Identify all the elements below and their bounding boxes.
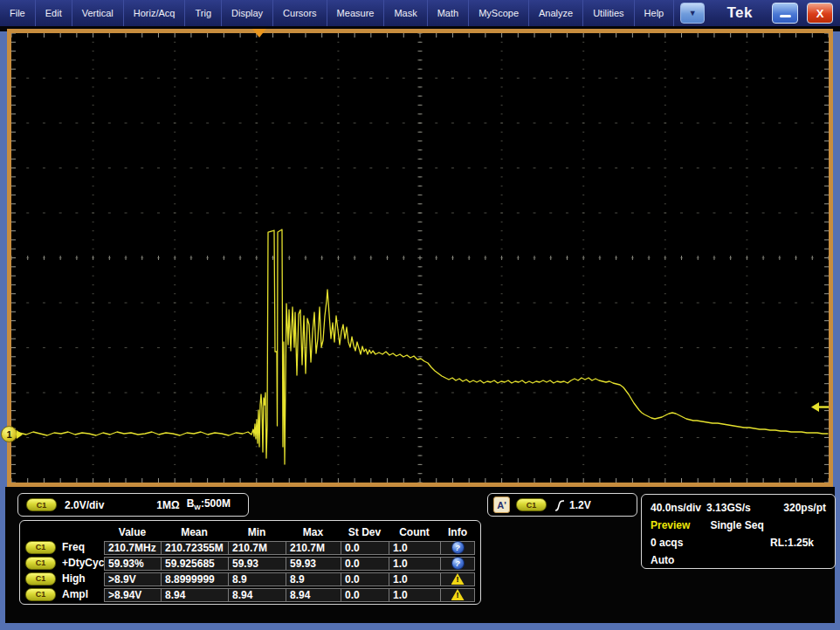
measurement-name: +DtyCyc (62, 557, 104, 569)
menu-item-utilities[interactable]: Utilities (583, 0, 634, 26)
channel-badge: C1 (25, 557, 56, 570)
col-header-value: Value (104, 526, 161, 538)
col-header-mean: Mean (161, 526, 228, 538)
arrow-right-icon (17, 430, 23, 439)
menu-item-cursors[interactable]: Cursors (273, 0, 327, 26)
close-button[interactable]: X (807, 3, 833, 24)
cell-mean: 8.94 (161, 588, 229, 602)
cell-max: 59.93 (286, 557, 341, 571)
readout-area: C1 2.0V/div 1MΩ BW:500M A' C1 1.2V 40.0n… (5, 487, 835, 623)
minimize-icon (780, 15, 791, 17)
cell-mean: 59.925685 (161, 557, 229, 571)
cell-stdev: 0.0 (341, 557, 389, 571)
menu-item-math[interactable]: Math (428, 0, 469, 26)
cell-count: 1.0 (389, 572, 441, 586)
info-question-icon[interactable]: ? (451, 557, 465, 570)
cell-count: 1.0 (389, 588, 441, 602)
menu-item-edit[interactable]: Edit (36, 0, 72, 26)
measurement-row-freq: C1Freq 210.7MHz 210.72355M 210.7M 210.7M… (20, 539, 480, 555)
cell-value: 210.7MHz (104, 541, 162, 555)
cell-stdev: 0.0 (341, 541, 389, 555)
cell-min: 59.93 (228, 557, 286, 571)
cell-stdev: 0.0 (341, 572, 389, 586)
cell-count: 1.0 (389, 541, 441, 555)
channel-badge: C1 (25, 588, 56, 601)
titlebar: File Edit Vertical Horiz/Acq Trig Displa… (0, 0, 840, 26)
cell-min: 8.9 (228, 572, 286, 586)
menu-item-horiz-acq[interactable]: Horiz/Acq (124, 0, 186, 26)
cell-value: 59.93% (104, 557, 162, 571)
menu-item-display[interactable]: Display (222, 0, 273, 26)
menu-item-trig[interactable]: Trig (185, 0, 222, 26)
cell-min: 210.7M (228, 541, 286, 555)
menu-item-file[interactable]: File (0, 0, 36, 26)
minimize-button[interactable] (772, 3, 798, 24)
cell-max: 210.7M (286, 541, 341, 555)
col-header-info: Info (440, 526, 475, 538)
rising-edge-icon (554, 497, 566, 513)
input-impedance: 1MΩ (156, 499, 179, 511)
channel1-reference-marker[interactable]: 1 (1, 426, 23, 442)
menu-item-analyze[interactable]: Analyze (529, 0, 583, 26)
col-header-max: Max (286, 526, 341, 538)
info-warning-icon[interactable]: ! (451, 589, 465, 600)
menu-dropdown-button[interactable]: ▼ (680, 3, 705, 24)
waveform-display (7, 29, 833, 487)
acquisition-count: 0 acqs (651, 537, 683, 549)
col-header-count: Count (389, 526, 440, 538)
menu-item-myscope[interactable]: MyScope (469, 0, 529, 26)
measurement-row-high: C1High >8.9V 8.8999999 8.9 8.9 0.0 1.0 ! (20, 571, 480, 586)
graticule-svg (11, 33, 829, 483)
trigger-position-marker[interactable] (252, 29, 266, 38)
cell-count: 1.0 (389, 557, 441, 571)
cell-stdev: 0.0 (341, 588, 389, 602)
menu-item-vertical[interactable]: Vertical (72, 0, 124, 26)
menu-item-help[interactable]: Help (635, 0, 675, 26)
trigger-level-value: 1.2V (569, 499, 591, 511)
measurement-row-ampl: C1Ampl >8.94V 8.94 8.94 8.94 0.0 1.0 ! (20, 586, 480, 602)
trigger-source-badge: A' (493, 496, 510, 513)
trigger-level-marker[interactable] (811, 401, 829, 416)
channel-badge: C1 (25, 572, 56, 585)
oscilloscope-app: { "titlebar": { "brand": "Tek", "menu_it… (0, 0, 840, 630)
measurement-header-row: Value Mean Min Max St Dev Count Info (20, 524, 480, 539)
vertical-scale-panel[interactable]: C1 2.0V/div 1MΩ BW:500M (17, 493, 249, 517)
cell-value: >8.9V (104, 572, 162, 586)
trigger-channel-badge: C1 (516, 498, 547, 511)
col-header-min: Min (228, 526, 286, 538)
cell-min: 8.94 (228, 588, 286, 602)
resolution-value: 320ps/pt (783, 502, 826, 514)
cell-mean: 8.8999999 (161, 572, 229, 586)
record-length: RL:1.25k (770, 537, 814, 549)
chevron-down-icon: ▼ (689, 9, 697, 17)
trigger-panel[interactable]: A' C1 1.2V (487, 493, 637, 517)
col-header-stdev: St Dev (341, 526, 389, 538)
vertical-scale-value: 2.0V/div (65, 499, 104, 511)
menu-item-mask[interactable]: Mask (384, 0, 427, 26)
channel-badge: C1 (25, 541, 56, 554)
measurement-name: High (62, 572, 86, 585)
cell-max: 8.94 (286, 588, 341, 602)
menu-item-measure[interactable]: Measure (327, 0, 385, 26)
sample-rate-value: 3.13GS/s (706, 502, 751, 514)
cell-value: >8.94V (104, 588, 162, 602)
horizontal-panel[interactable]: 40.0ns/div 3.13GS/s 320ps/pt Preview Sin… (641, 494, 836, 569)
info-question-icon[interactable]: ? (451, 541, 465, 554)
close-icon: X (816, 8, 824, 19)
measurement-row-dtycyc: C1+DtyCyc 59.93% 59.925685 59.93 59.93 0… (20, 555, 480, 571)
measurement-name: Freq (62, 541, 85, 553)
channel1-badge: 1 (1, 426, 17, 442)
info-warning-icon[interactable]: ! (451, 573, 465, 585)
timebase-value: 40.0ns/div (651, 502, 701, 514)
tek-logo: Tek (726, 4, 753, 22)
trigger-mode: Auto (651, 554, 674, 566)
cell-max: 8.9 (286, 572, 341, 586)
bandwidth-readout: BW:500M (187, 497, 231, 511)
channel-badge: C1 (26, 498, 57, 511)
acquisition-mode: Single Seq (710, 519, 763, 531)
measurement-name: Ampl (62, 588, 88, 600)
measurement-table: Value Mean Min Max St Dev Count Info C1F… (19, 520, 481, 605)
acquisition-status: Preview (651, 519, 690, 531)
cell-mean: 210.72355M (161, 541, 229, 555)
